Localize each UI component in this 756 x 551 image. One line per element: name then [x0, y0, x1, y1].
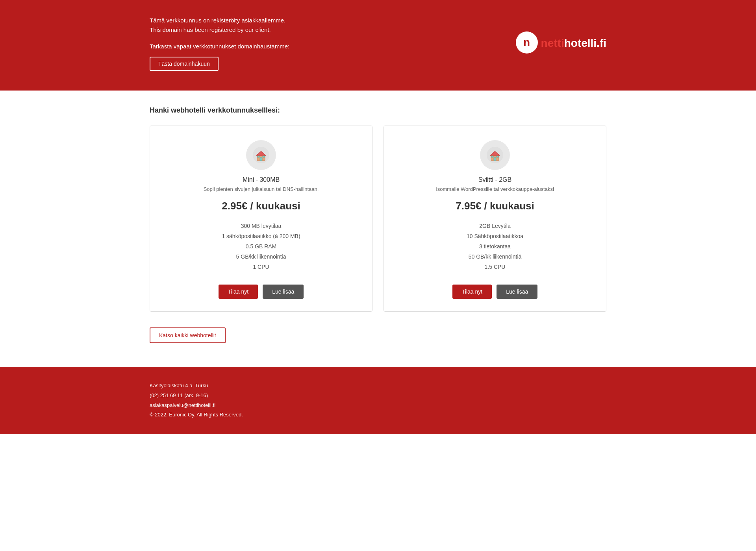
footer-email: asiakaspalvelu@nettihotelli.fi	[150, 401, 606, 410]
header-section: Tämä verkkotunnus on rekisteröity asiakk…	[0, 0, 756, 91]
plan-desc-mini: Sopii pienten sivujen julkaisuun tai DNS…	[204, 186, 319, 193]
svg-rect-9	[494, 157, 496, 161]
domain-search-button[interactable]: Tästä domainhakuun	[150, 57, 219, 71]
house-icon-sviitti	[486, 146, 504, 164]
plan-desc-sviitti: Isommalle WordPressille tai verkkokauppa…	[436, 186, 554, 193]
svg-rect-3	[260, 157, 262, 161]
feature-mini-4: 1 CPU	[163, 262, 359, 272]
feature-mini-2: 0.5 GB RAM	[163, 241, 359, 251]
feature-mini-0: 300 MB levytilaa	[163, 221, 359, 231]
more-button-sviitti[interactable]: Lue lisää	[497, 285, 537, 299]
all-webhotels-button[interactable]: Katso kaikki webhotellit	[150, 327, 226, 343]
logo-text-red: netti	[541, 37, 564, 50]
plan-name-mini: Mini - 300MB	[243, 176, 280, 183]
footer-email-link[interactable]: asiakaspalvelu@nettihotelli.fi	[150, 402, 215, 408]
plan-features-sviitti: 2GB Levytila 10 Sähköpostilaatikkoa 3 ti…	[397, 221, 593, 272]
plan-card-sviitti: Sviitti - 2GB Isommalle WordPressille ta…	[384, 126, 606, 312]
order-button-sviitti[interactable]: Tilaa nyt	[452, 285, 492, 299]
card-buttons-sviitti: Tilaa nyt Lue lisää	[452, 285, 537, 299]
plan-icon-sviitti	[480, 140, 510, 170]
logo-circle: n	[516, 31, 538, 54]
footer-phone: (02) 251 69 11 (ark. 9-16)	[150, 391, 606, 401]
svg-rect-4	[258, 156, 259, 157]
logo: n netti hotelli.fi	[516, 31, 606, 55]
check-domain-text: Tarkasta vapaat verkkotunnukset domainha…	[150, 42, 289, 51]
more-button-mini[interactable]: Lue lisää	[263, 285, 304, 299]
feature-sviitti-0: 2GB Levytila	[397, 221, 593, 231]
logo-icon-wrap: n	[516, 31, 539, 55]
section-title: Hanki webhotelli verkkotunnukselllesi:	[150, 106, 606, 115]
logo-text-white: hotelli.fi	[564, 37, 606, 50]
feature-mini-3: 5 GB/kk liikennöintiä	[163, 251, 359, 262]
footer-copyright: © 2022. Euronic Oy. All Rights Reserved.	[150, 410, 606, 420]
feature-sviitti-2: 3 tietokantaa	[397, 241, 593, 251]
feature-mini-1: 1 sähköpostilaatikko (à 200 MB)	[163, 231, 359, 241]
svg-rect-5	[263, 156, 265, 157]
svg-rect-10	[491, 156, 493, 157]
feature-sviitti-4: 1.5 CPU	[397, 262, 593, 272]
plan-icon-mini	[246, 140, 276, 170]
footer-address: Käsityöläiskatu 4 a, Turku	[150, 381, 606, 391]
card-buttons-mini: Tilaa nyt Lue lisää	[219, 285, 304, 299]
pricing-cards-row: Mini - 300MB Sopii pienten sivujen julka…	[150, 126, 606, 312]
order-button-mini[interactable]: Tilaa nyt	[219, 285, 258, 299]
svg-rect-11	[497, 156, 498, 157]
footer: Käsityöläiskatu 4 a, Turku (02) 251 69 1…	[0, 367, 756, 434]
feature-sviitti-1: 10 Sähköpostilaatikkoa	[397, 231, 593, 241]
main-section: Hanki webhotelli verkkotunnukselllesi:	[0, 91, 756, 367]
house-icon-mini	[252, 146, 270, 164]
plan-price-mini: 2.95€ / kuukausi	[222, 200, 300, 212]
header-text: Tämä verkkotunnus on rekisteröity asiakk…	[150, 16, 289, 71]
plan-price-sviitti: 7.95€ / kuukausi	[456, 200, 534, 212]
plan-card-mini: Mini - 300MB Sopii pienten sivujen julka…	[150, 126, 372, 312]
logo-n-letter: n	[523, 36, 530, 49]
header-line2: This domain has been registered by our c…	[150, 25, 289, 35]
plan-features-mini: 300 MB levytilaa 1 sähköpostilaatikko (à…	[163, 221, 359, 272]
header-line1: Tämä verkkotunnus on rekisteröity asiakk…	[150, 16, 289, 25]
plan-name-sviitti: Sviitti - 2GB	[478, 176, 511, 183]
feature-sviitti-3: 50 GB/kk liikennöintiä	[397, 251, 593, 262]
